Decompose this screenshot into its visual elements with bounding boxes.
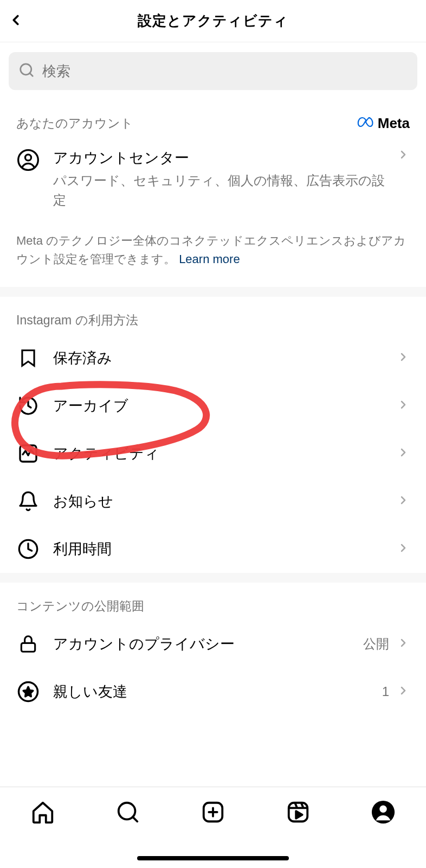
chevron-right-icon bbox=[397, 398, 410, 413]
bell-icon bbox=[16, 489, 40, 513]
history-icon bbox=[16, 394, 40, 418]
bottom-nav bbox=[0, 787, 426, 868]
item-label: アーカイブ bbox=[53, 396, 397, 416]
svg-line-10 bbox=[133, 817, 137, 821]
meta-brand-text: Meta bbox=[378, 115, 410, 132]
nav-reels[interactable] bbox=[285, 799, 311, 825]
nav-home[interactable] bbox=[30, 799, 56, 825]
section-title: コンテンツの公開範囲 bbox=[16, 598, 144, 615]
time-spent-item[interactable]: 利用時間 bbox=[0, 525, 426, 573]
item-label: 保存済み bbox=[53, 348, 397, 368]
section-header-privacy: コンテンツの公開範囲 bbox=[0, 583, 426, 620]
item-label: 親しい友達 bbox=[53, 682, 382, 701]
lock-icon bbox=[16, 632, 40, 656]
archive-item[interactable]: アーカイブ bbox=[0, 382, 426, 430]
account-center-item[interactable]: アカウントセンター パスワード、セキュリティ、個人の情報、広告表示の設定 bbox=[0, 137, 426, 221]
chevron-right-icon bbox=[397, 541, 410, 557]
chevron-right-icon bbox=[397, 446, 410, 461]
nav-search[interactable] bbox=[115, 799, 141, 825]
svg-point-3 bbox=[25, 155, 31, 161]
nav-profile[interactable] bbox=[370, 799, 396, 825]
svg-point-20 bbox=[380, 806, 387, 813]
item-label: アカウントセンター bbox=[53, 148, 397, 168]
chevron-right-icon bbox=[397, 350, 410, 366]
search-input[interactable] bbox=[42, 63, 408, 80]
person-circle-icon bbox=[16, 148, 40, 172]
chevron-right-icon bbox=[397, 684, 410, 699]
star-circle-icon bbox=[16, 680, 40, 704]
plus-square-icon bbox=[201, 800, 225, 825]
search-box[interactable] bbox=[9, 52, 417, 90]
activity-icon bbox=[16, 442, 40, 465]
search-container bbox=[0, 42, 426, 100]
section-footer: Meta のテクノロジー全体のコネクテッドエクスペリエンスおよびアカウント設定を… bbox=[0, 221, 426, 287]
reels-icon bbox=[286, 800, 311, 825]
back-button[interactable] bbox=[8, 12, 24, 30]
meta-brand: Meta bbox=[357, 115, 410, 132]
item-label: 利用時間 bbox=[53, 539, 397, 559]
svg-marker-18 bbox=[296, 811, 302, 818]
item-label: アカウントのプライバシー bbox=[53, 634, 363, 654]
item-label: お知らせ bbox=[53, 492, 397, 511]
divider bbox=[0, 287, 426, 297]
nav-create[interactable] bbox=[200, 799, 226, 825]
chevron-right-icon bbox=[397, 148, 410, 163]
divider bbox=[0, 573, 426, 583]
svg-marker-8 bbox=[23, 687, 33, 697]
profile-icon bbox=[371, 800, 396, 825]
item-label: アクティビティ bbox=[53, 444, 397, 463]
chevron-right-icon bbox=[397, 636, 410, 652]
item-trailing: 1 bbox=[382, 684, 389, 699]
svg-line-1 bbox=[30, 73, 33, 76]
section-title: あなたのアカウント bbox=[16, 115, 133, 132]
svg-rect-6 bbox=[21, 643, 35, 652]
chevron-left-icon bbox=[8, 12, 24, 28]
section-header-usage: Instagram の利用方法 bbox=[0, 297, 426, 334]
item-trailing: 公開 bbox=[363, 635, 389, 653]
close-friends-item[interactable]: 親しい友達 1 bbox=[0, 668, 426, 716]
search-icon bbox=[18, 62, 35, 80]
list-content: アカウントセンター パスワード、セキュリティ、個人の情報、広告表示の設定 bbox=[53, 148, 397, 210]
learn-more-link[interactable]: Learn more bbox=[179, 252, 240, 266]
notifications-item[interactable]: お知らせ bbox=[0, 477, 426, 525]
activity-item[interactable]: アクティビティ bbox=[0, 430, 426, 477]
home-icon bbox=[30, 800, 55, 825]
saved-item[interactable]: 保存済み bbox=[0, 334, 426, 382]
account-privacy-item[interactable]: アカウントのプライバシー 公開 bbox=[0, 620, 426, 668]
section-title: Instagram の利用方法 bbox=[16, 312, 138, 329]
header: 設定とアクティビティ bbox=[0, 0, 426, 42]
chevron-right-icon bbox=[397, 494, 410, 509]
bookmark-icon bbox=[16, 346, 40, 370]
section-header-account: あなたのアカウント Meta bbox=[0, 100, 426, 137]
page-title: 設定とアクティビティ bbox=[0, 11, 426, 30]
home-indicator bbox=[137, 856, 289, 860]
clock-icon bbox=[16, 537, 40, 561]
item-sublabel: パスワード、セキュリティ、個人の情報、広告表示の設定 bbox=[53, 171, 397, 210]
search-icon bbox=[115, 800, 140, 825]
meta-logo-icon bbox=[357, 115, 375, 132]
